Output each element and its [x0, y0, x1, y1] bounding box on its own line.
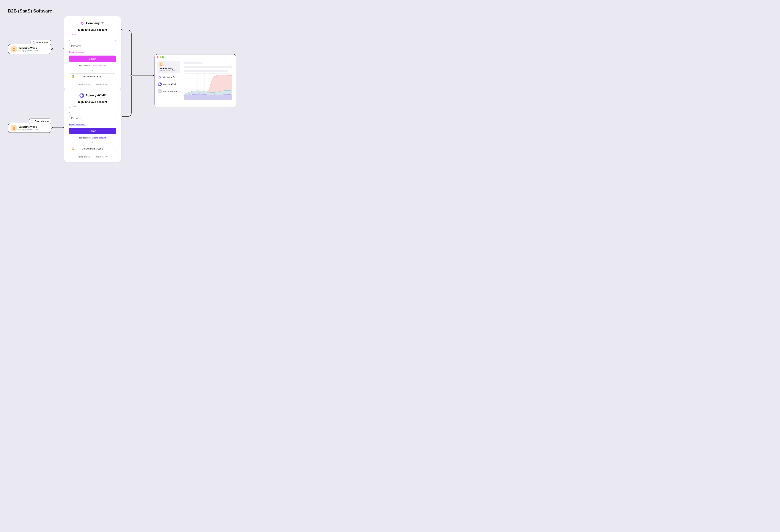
forgot-password-link[interactable]: Forgot password? — [69, 123, 116, 126]
user-card-member: Catherine Wong cwong@business.com — [8, 123, 51, 133]
svg-point-33 — [224, 94, 225, 95]
svg-point-10 — [32, 120, 33, 121]
sign-in-button[interactable]: Sign in — [69, 55, 116, 62]
svg-point-29 — [191, 94, 192, 95]
company-logo-icon — [158, 75, 162, 79]
auth-subtitle: Sign in to your account — [69, 28, 116, 31]
brand-name: Company Co. — [86, 21, 105, 25]
acme-logo-icon — [158, 82, 162, 86]
user-card-admin: Catherine Wong cwong@business.com — [8, 44, 51, 54]
role-badge-admin: Role: Admin — [31, 40, 51, 45]
create-account-link[interactable]: Create account — [92, 64, 106, 67]
skeleton-title — [184, 62, 202, 64]
google-icon — [71, 75, 75, 78]
email-field[interactable] — [69, 35, 116, 41]
svg-point-8 — [13, 127, 14, 127]
svg-point-6 — [13, 127, 14, 128]
no-account-text: Not account? — [79, 137, 92, 139]
svg-rect-1 — [13, 50, 15, 51]
privacy-link[interactable]: Privacy Policy — [95, 156, 107, 158]
avatar — [11, 46, 16, 52]
svg-point-32 — [214, 95, 215, 95]
svg-point-30 — [199, 93, 199, 94]
dashboard-window: Catherine Wong cwong@business.com Compan… — [154, 54, 236, 107]
terms-link[interactable]: Terms of Use — [78, 84, 90, 86]
user-name: Catherine Wong — [18, 47, 39, 49]
user-email: cwong@business.com — [18, 128, 39, 131]
or-divider: or — [92, 69, 94, 71]
email-label: Email — [71, 34, 77, 36]
user-role-icon — [31, 120, 34, 123]
dashboard-sidebar: Catherine Wong cwong@business.com Compan… — [157, 61, 180, 102]
svg-point-31 — [206, 94, 207, 95]
user-name: Catherine Wong — [18, 126, 39, 128]
svg-point-34 — [231, 94, 232, 95]
max-dot-icon — [162, 56, 164, 58]
skeleton-line — [184, 70, 228, 71]
plus-icon: + — [158, 89, 162, 93]
or-divider: or — [92, 141, 94, 143]
avatar — [159, 62, 163, 66]
auth-subtitle: Sign in to your account — [69, 100, 116, 103]
sidebar-user-email: cwong@business.com — [159, 69, 178, 71]
auth-card-company: Company Co. Sign in to your account Emai… — [64, 16, 121, 90]
svg-point-36 — [51, 127, 53, 129]
svg-point-0 — [13, 48, 14, 49]
svg-point-38 — [121, 116, 122, 117]
svg-point-39 — [131, 75, 132, 76]
dashboard-main — [182, 61, 233, 102]
acme-logo-icon — [79, 93, 84, 98]
workspace-item-company[interactable]: Company Co. — [157, 75, 180, 80]
svg-point-9 — [14, 127, 14, 127]
terms-link[interactable]: Terms of Use — [78, 156, 90, 158]
svg-point-37 — [121, 30, 122, 31]
password-field[interactable] — [69, 43, 116, 49]
company-logo-icon — [80, 21, 85, 26]
user-email: cwong@business.com — [18, 49, 39, 52]
svg-point-4 — [33, 41, 34, 42]
avatar — [11, 125, 16, 131]
user-role-icon — [32, 41, 35, 44]
window-controls — [157, 56, 164, 58]
password-field[interactable] — [69, 115, 116, 122]
create-account-link[interactable]: Create account — [92, 137, 106, 139]
auth-card-acme: Agency ACME Sign in to your account Emai… — [64, 89, 121, 162]
brand-name: Agency ACME — [86, 94, 106, 97]
min-dot-icon — [159, 56, 161, 58]
svg-point-14 — [160, 63, 162, 65]
sidebar-user-card[interactable]: Catherine Wong cwong@business.com — [157, 61, 180, 73]
skeleton-line — [184, 66, 232, 68]
sign-in-button[interactable]: Sign in — [69, 128, 116, 134]
sidebar-user-name: Catherine Wong — [159, 67, 178, 69]
svg-point-11 — [33, 122, 33, 123]
continue-with-google-button[interactable]: Continue with Google — [69, 146, 116, 152]
google-icon — [71, 147, 75, 150]
svg-rect-15 — [160, 65, 162, 65]
continue-with-google-button[interactable]: Continue with Google — [69, 74, 116, 80]
svg-point-35 — [51, 48, 53, 50]
svg-point-28 — [184, 95, 184, 95]
svg-point-5 — [34, 43, 35, 44]
svg-rect-7 — [13, 129, 15, 130]
chart-placeholder — [184, 74, 232, 100]
privacy-link[interactable]: Privacy Policy — [95, 84, 107, 86]
close-dot-icon — [157, 56, 158, 58]
email-label: Email — [71, 106, 77, 108]
page-title: B2B (SaaS) Software — [8, 8, 52, 14]
email-field[interactable] — [69, 107, 116, 113]
workspace-item-acme[interactable]: Agency ACME — [157, 82, 180, 87]
svg-point-2 — [13, 48, 14, 48]
role-badge-member: Role: Member — [29, 118, 51, 124]
no-account-text: Not account? — [79, 64, 92, 67]
add-workspace-button[interactable]: + Add workspace — [157, 89, 180, 94]
svg-point-3 — [14, 48, 14, 48]
forgot-password-link[interactable]: Forgot password? — [69, 51, 116, 53]
